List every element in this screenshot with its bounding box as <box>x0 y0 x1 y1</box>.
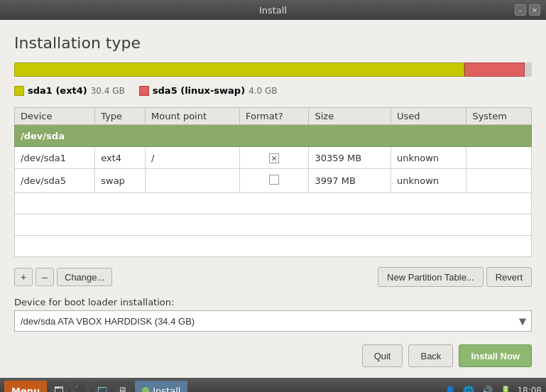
col-type: Type <box>95 108 146 125</box>
cell-system-sda1 <box>466 147 532 169</box>
action-buttons: Quit Back Install Now <box>14 344 532 371</box>
taskbar-icon-4[interactable]: 🖥 <box>114 381 132 392</box>
legend-sda1-name: sda1 (ext4) <box>28 85 87 96</box>
table-header: Device Type Mount point Format? Size Use… <box>15 108 532 125</box>
taskbar-time: 18:08 <box>517 386 542 392</box>
back-button[interactable]: Back <box>408 344 453 367</box>
cell-format-sda1[interactable]: ✕ <box>239 147 309 169</box>
legend-sda1: sda1 (ext4) 30.4 GB <box>14 85 125 96</box>
cell-device-sda5: /dev/sda5 <box>15 169 95 193</box>
col-device: Device <box>15 108 95 125</box>
legend-sda5: sda5 (linux-swap) 4.0 GB <box>139 85 278 96</box>
partition-legend: sda1 (ext4) 30.4 GB sda5 (linux-swap) 4.… <box>14 85 532 96</box>
quit-button[interactable]: Quit <box>362 344 403 367</box>
cell-type-sda5: swap <box>95 169 146 193</box>
taskbar-install-app[interactable]: Install <box>135 381 187 392</box>
table-row-empty <box>15 236 532 257</box>
revert-button[interactable]: Revert <box>486 267 532 287</box>
col-size: Size <box>309 108 391 125</box>
cell-format-sda5[interactable] <box>239 169 309 193</box>
cell-used-sda1: unknown <box>391 147 466 169</box>
group-header-label: /dev/sda <box>15 125 532 147</box>
new-partition-table-button[interactable]: New Partition Table... <box>378 267 484 287</box>
cell-mount-sda5 <box>146 169 240 193</box>
cell-system-sda5 <box>466 169 532 193</box>
cell-used-sda5: unknown <box>391 169 466 193</box>
window-controls: – ✕ <box>515 4 540 16</box>
taskbar-app-dot <box>142 387 149 392</box>
cell-size-sda1: 30359 MB <box>309 147 391 169</box>
taskbar-icon-1[interactable]: 🗔 <box>50 381 68 392</box>
col-system: System <box>466 108 532 125</box>
taskbar: Menu 🗔 ⬛ 💻 🖥 Install 👤 🌐 🔊 🔋 18:08 <box>0 378 546 392</box>
legend-sda5-color <box>139 86 149 96</box>
taskbar-app-label: Install <box>153 386 180 393</box>
taskbar-right-section: 👤 🌐 🔊 🔋 18:08 <box>443 383 542 392</box>
legend-sda5-size: 4.0 GB <box>249 86 277 96</box>
taskbar-user-icon[interactable]: 👤 <box>443 383 457 392</box>
install-window: Install – ✕ Installation type sda1 (ext4… <box>0 0 546 378</box>
col-used: Used <box>391 108 466 125</box>
partition-bar <box>14 62 532 77</box>
table-row-empty <box>15 193 532 214</box>
boot-loader-label: Device for boot loader installation: <box>14 297 532 307</box>
taskbar-icon-2[interactable]: ⬛ <box>71 381 89 392</box>
partition-toolbar: + – Change... New Partition Table... Rev… <box>14 267 532 287</box>
partition-sda5-bar <box>464 62 525 77</box>
partition-table-area: Device Type Mount point Format? Size Use… <box>14 107 532 257</box>
format-checkbox-sda5[interactable] <box>269 175 279 185</box>
window-title: Install <box>259 5 287 16</box>
title-bar: Install – ✕ <box>0 0 546 20</box>
legend-sda1-size: 30.4 GB <box>91 86 125 96</box>
partition-free-bar <box>525 62 532 77</box>
header-row: Device Type Mount point Format? Size Use… <box>15 108 532 125</box>
table-row[interactable]: /dev/sda5 swap 3997 MB unknown <box>15 169 532 193</box>
table-row-group[interactable]: /dev/sda <box>15 125 532 147</box>
table-row-empty <box>15 214 532 236</box>
boot-loader-select[interactable]: /dev/sda ATA VBOX HARDDISK (34.4 GB) <box>14 310 532 332</box>
boot-loader-section: Device for boot loader installation: /de… <box>14 297 532 332</box>
partition-table: Device Type Mount point Format? Size Use… <box>14 107 532 257</box>
taskbar-sound-icon[interactable]: 🔊 <box>480 383 494 392</box>
main-content: Installation type sda1 (ext4) 30.4 GB sd… <box>0 20 546 378</box>
close-button[interactable]: ✕ <box>529 4 540 16</box>
table-body: /dev/sda /dev/sda1 ext4 / ✕ 30359 MB unk… <box>15 125 532 257</box>
col-mount: Mount point <box>146 108 240 125</box>
change-partition-button[interactable]: Change... <box>57 268 112 286</box>
format-checkbox-sda1[interactable]: ✕ <box>269 153 279 163</box>
cell-type-sda1: ext4 <box>95 147 146 169</box>
remove-partition-button[interactable]: – <box>36 268 54 286</box>
taskbar-battery-icon[interactable]: 🔋 <box>498 383 513 392</box>
col-format: Format? <box>239 108 309 125</box>
legend-sda1-color <box>14 86 24 96</box>
legend-sda5-name: sda5 (linux-swap) <box>153 85 245 96</box>
partition-sda1-bar <box>14 62 464 77</box>
taskbar-icon-3[interactable]: 💻 <box>92 381 111 392</box>
minimize-button[interactable]: – <box>515 4 526 16</box>
taskbar-menu-button[interactable]: Menu <box>4 381 47 392</box>
page-title: Installation type <box>14 34 532 52</box>
cell-size-sda5: 3997 MB <box>309 169 391 193</box>
taskbar-network-icon[interactable]: 🌐 <box>462 383 476 392</box>
cell-mount-sda1: / <box>146 147 240 169</box>
add-partition-button[interactable]: + <box>14 268 33 286</box>
boot-loader-select-wrap[interactable]: /dev/sda ATA VBOX HARDDISK (34.4 GB) ▼ <box>14 310 532 332</box>
cell-device-sda1: /dev/sda1 <box>15 147 95 169</box>
install-now-button[interactable]: Install Now <box>459 344 532 367</box>
table-row[interactable]: /dev/sda1 ext4 / ✕ 30359 MB unknown <box>15 147 532 169</box>
